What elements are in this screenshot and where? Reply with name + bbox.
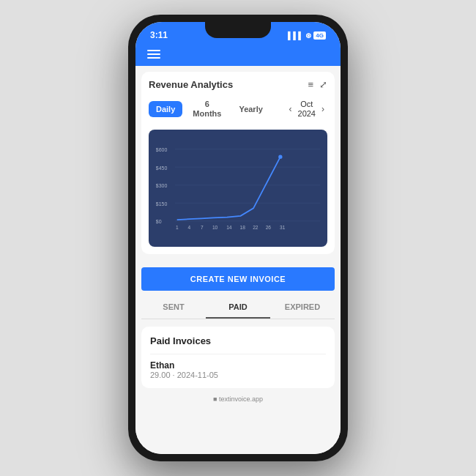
tab-paid[interactable]: PAID	[206, 297, 270, 319]
analytics-icons: ≡ ⤢	[308, 79, 327, 90]
period-selector: Daily 6 Months Yearly ‹ Oct 2024 ›	[149, 96, 327, 122]
period-yearly-button[interactable]: Yearly	[231, 101, 269, 117]
svg-point-19	[278, 155, 282, 159]
attribution-text: textinvoice.app	[219, 395, 263, 403]
svg-text:14: 14	[226, 226, 232, 231]
phone-frame: 3:11 ▌▌▌ ⊛ 4G Revenue Analytics	[128, 15, 348, 461]
svg-text:4: 4	[188, 226, 191, 231]
svg-text:$600: $600	[156, 148, 168, 153]
wifi-icon: ⊛	[305, 31, 311, 40]
attribution-icon: ■	[213, 395, 219, 403]
svg-text:$150: $150	[156, 201, 168, 207]
invoice-amount: 29.00	[150, 371, 171, 379]
invoice-meta: 29.00 · 2024-11-05	[150, 371, 326, 379]
analytics-title: Revenue Analytics	[149, 79, 233, 90]
notch	[205, 22, 271, 38]
svg-text:10: 10	[212, 226, 218, 231]
list-icon[interactable]: ≡	[308, 79, 313, 90]
hamburger-menu-button[interactable]	[147, 50, 160, 59]
paid-invoices-card: Paid Invoices Ethan 29.00 · 2024-11-05	[141, 327, 335, 388]
paid-invoices-title: Paid Invoices	[150, 335, 326, 346]
hamburger-line-1	[147, 50, 160, 51]
chart-icon[interactable]: ⤢	[319, 79, 327, 90]
svg-text:18: 18	[240, 226, 246, 231]
header-bar	[135, 45, 341, 66]
invoice-tabs: SENT PAID EXPIRED	[141, 297, 335, 319]
tab-sent[interactable]: SENT	[141, 297, 206, 319]
svg-text:22: 22	[253, 226, 259, 231]
period-6months-button[interactable]: 6 Months	[185, 96, 228, 122]
battery-icon: 4G	[313, 31, 326, 40]
nav-prev-button[interactable]: ‹	[286, 103, 295, 116]
current-period-label: Oct 2024	[298, 100, 316, 119]
create-invoice-button[interactable]: CREATE NEW INVOICE	[141, 267, 335, 291]
svg-text:26: 26	[266, 226, 272, 231]
hamburger-line-2	[147, 53, 160, 55]
svg-text:7: 7	[201, 226, 204, 231]
chart-container: $600 $450 $300 $150 $0 1 4	[149, 130, 327, 247]
attribution: ■ textinvoice.app	[135, 393, 341, 406]
revenue-chart: $600 $450 $300 $150 $0 1 4	[155, 137, 321, 241]
svg-text:$450: $450	[156, 166, 168, 171]
svg-text:$300: $300	[156, 184, 168, 189]
phone-screen: 3:11 ▌▌▌ ⊛ 4G Revenue Analytics	[135, 22, 341, 454]
signal-icon: ▌▌▌	[288, 31, 303, 40]
svg-text:1: 1	[176, 226, 179, 231]
content-area: Revenue Analytics ≡ ⤢ Daily 6 Months Yea…	[135, 66, 341, 454]
svg-text:31: 31	[280, 226, 286, 231]
analytics-section: Revenue Analytics ≡ ⤢ Daily 6 Months Yea…	[141, 72, 335, 254]
hamburger-line-3	[147, 57, 160, 59]
analytics-header: Revenue Analytics ≡ ⤢	[149, 79, 327, 90]
nav-next-button[interactable]: ›	[319, 103, 327, 116]
status-time: 3:11	[150, 30, 168, 40]
svg-text:$0: $0	[156, 220, 162, 225]
period-daily-button[interactable]: Daily	[149, 101, 182, 117]
invoice-customer-name: Ethan	[150, 360, 326, 371]
invoice-date: 2024-11-05	[177, 371, 218, 379]
tab-expired[interactable]: EXPIRED	[270, 297, 335, 319]
invoice-item[interactable]: Ethan 29.00 · 2024-11-05	[150, 354, 326, 379]
status-icons: ▌▌▌ ⊛ 4G	[288, 31, 326, 40]
period-nav: ‹ Oct 2024 ›	[286, 100, 327, 119]
